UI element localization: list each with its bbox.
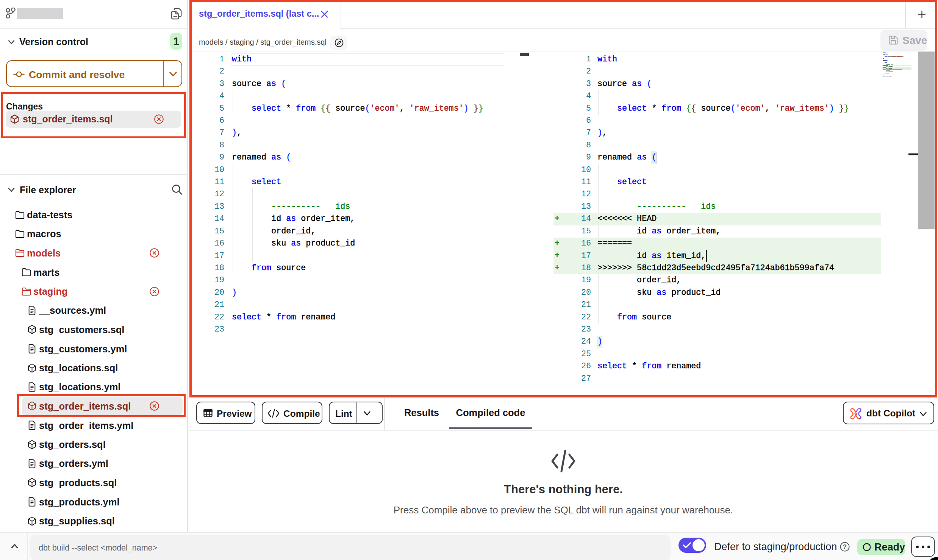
- svg-text:?: ?: [843, 543, 847, 550]
